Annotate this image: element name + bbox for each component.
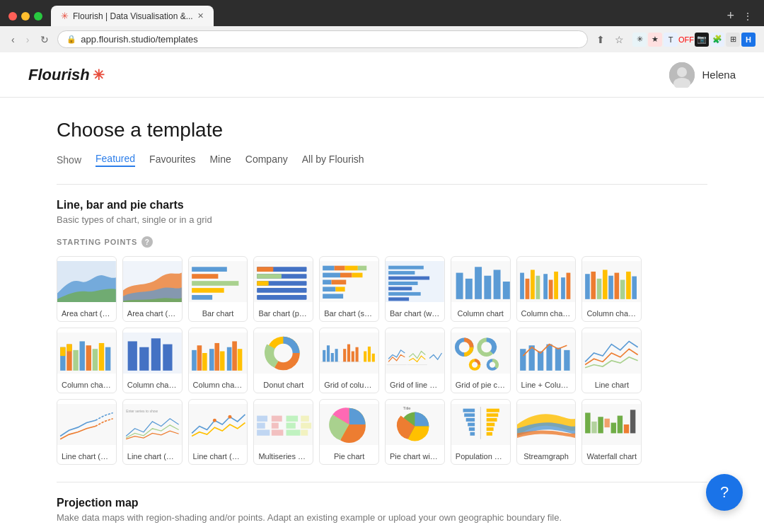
svg-rect-43 [465, 279, 473, 299]
close-window-btn[interactable] [8, 12, 17, 21]
svg-rect-104 [347, 345, 350, 362]
user-avatar[interactable] [669, 62, 695, 88]
tab-company[interactable]: Company [245, 154, 288, 166]
svg-rect-57 [566, 273, 570, 299]
template-donut[interactable]: Donut chart [253, 328, 313, 393]
svg-rect-124 [520, 349, 526, 371]
minimize-window-btn[interactable] [21, 12, 30, 21]
help-icon[interactable]: ? [141, 236, 153, 248]
starting-points-label: STARTING POINTS ? [57, 236, 707, 248]
template-column-2[interactable]: Column chart (... [122, 328, 183, 393]
svg-rect-108 [364, 352, 366, 362]
logo[interactable]: Flourish✳ [28, 66, 105, 84]
template-column-g[interactable]: Column chart (g... [516, 256, 577, 322]
tab-close-icon[interactable]: ✕ [197, 11, 204, 21]
reload-btn[interactable]: ↻ [37, 33, 52, 47]
ext-icon-2[interactable]: ★ [648, 33, 662, 47]
svg-rect-39 [388, 292, 421, 296]
svg-rect-148 [301, 423, 312, 429]
template-line-col[interactable]: Line + Column [516, 328, 577, 393]
tab-all[interactable]: All by Flourish [302, 154, 364, 166]
ext-icon-puzzle[interactable]: 🧩 [710, 33, 724, 47]
ext-icon-profile[interactable]: H [741, 33, 756, 47]
ext-icon-3[interactable]: T [664, 33, 678, 47]
svg-rect-138 [257, 416, 268, 422]
tab-mine[interactable]: Mine [209, 154, 231, 166]
forward-btn[interactable]: › [23, 33, 33, 47]
tab-favourites[interactable]: Favourites [149, 154, 195, 166]
tab-featured[interactable]: Featured [96, 153, 135, 167]
svg-rect-141 [272, 416, 282, 422]
template-grid-pie[interactable]: Grid of pie charts [451, 328, 511, 393]
template-column-dots[interactable]: Column chart (... [581, 256, 642, 322]
template-line-sear[interactable]: Enter series to show Line chart (sear... [122, 399, 183, 465]
template-label: Line + Column [517, 378, 576, 393]
svg-rect-82 [151, 338, 161, 371]
template-bar-prop[interactable]: Bar chart (prop... [253, 256, 313, 322]
ext-icon-off[interactable]: OFF [679, 33, 693, 47]
template-grid-col[interactable]: Grid of column ... [319, 328, 379, 393]
template-grid-row1: Area chart (pro... Area chart (stac... B… [57, 256, 707, 322]
template-bar[interactable]: Bar chart [188, 256, 248, 322]
template-grid-row3: Line chart (proj... Enter series to show… [57, 399, 707, 465]
svg-rect-61 [597, 279, 602, 299]
svg-rect-9 [192, 288, 224, 293]
template-column-s[interactable]: Column chart (s... [57, 328, 117, 393]
template-label: Streamgraph [517, 449, 576, 464]
template-bar-stack[interactable]: Bar chart (stack... [319, 256, 379, 322]
template-population[interactable]: Population pyra... [451, 399, 511, 465]
template-line-with[interactable]: Line chart (with ... [188, 399, 248, 465]
template-column-3[interactable]: Column chart (... [188, 328, 248, 393]
ext-icon-grid[interactable]: ⊞ [726, 33, 740, 47]
template-grid-row2: Column chart (s... Column chart (... Col… [57, 328, 707, 393]
svg-point-120 [472, 362, 478, 367]
template-label: Population pyra... [451, 449, 510, 464]
active-browser-tab[interactable]: ✳ Flourish | Data Visualisation &... ✕ [51, 6, 214, 26]
template-line-proj[interactable]: Line chart (proj... [57, 399, 117, 465]
template-grid-line[interactable]: Grid of line charts [385, 328, 445, 393]
svg-rect-98 [323, 350, 325, 362]
address-bar[interactable]: 🔒 app.flourish.studio/templates [57, 30, 588, 48]
svg-rect-72 [60, 347, 65, 356]
template-area-stac[interactable]: Area chart (stac... [122, 256, 183, 322]
template-label: Grid of column ... [320, 378, 378, 393]
svg-rect-147 [301, 416, 310, 422]
template-pie[interactable]: Pie chart [319, 399, 379, 465]
svg-rect-44 [475, 267, 482, 299]
template-pie-ti[interactable]: Title Pie chart with ti... [385, 399, 445, 465]
fullscreen-window-btn[interactable] [34, 12, 42, 21]
template-column[interactable]: Column chart [451, 256, 511, 322]
svg-rect-13 [257, 267, 274, 272]
svg-rect-76 [93, 349, 98, 371]
svg-rect-140 [257, 429, 270, 435]
template-bar-with[interactable]: Bar chart (with ... [385, 256, 445, 322]
ext-icon-1[interactable]: ✳ [632, 33, 647, 47]
template-label: Column chart (g... [517, 306, 576, 321]
chat-button[interactable]: ? [706, 474, 743, 511]
traffic-lights[interactable] [8, 12, 42, 21]
tab-favicon: ✳ [61, 11, 69, 21]
svg-point-118 [481, 342, 492, 352]
svg-rect-162 [468, 423, 475, 427]
template-waterfall[interactable]: Waterfall chart [581, 399, 642, 465]
template-label: Bar chart (with ... [386, 306, 444, 321]
svg-rect-28 [323, 280, 331, 285]
ext-icon-cam[interactable]: 📷 [695, 33, 709, 47]
template-label: Area chart (stac... [123, 306, 182, 321]
svg-rect-55 [554, 272, 558, 299]
bookmark-icon[interactable]: ☆ [612, 33, 627, 47]
new-tab-btn[interactable]: + [721, 6, 740, 26]
svg-rect-83 [163, 345, 172, 371]
share-icon[interactable]: ⬆ [594, 33, 608, 47]
back-btn[interactable]: ‹ [8, 33, 18, 47]
svg-rect-90 [219, 352, 224, 371]
svg-rect-34 [388, 266, 424, 270]
logo-star-icon: ✳ [93, 66, 105, 83]
template-multiseries[interactable]: Multiseries grid [253, 399, 313, 465]
svg-rect-59 [586, 274, 591, 299]
template-area-pro[interactable]: Area chart (pro... [57, 256, 117, 322]
template-line[interactable]: Line chart [581, 328, 642, 393]
template-label: Column chart [451, 306, 510, 321]
template-streamgraph[interactable]: Streamgraph [516, 399, 577, 465]
browser-menu-btn[interactable]: ⋮ [740, 8, 756, 25]
